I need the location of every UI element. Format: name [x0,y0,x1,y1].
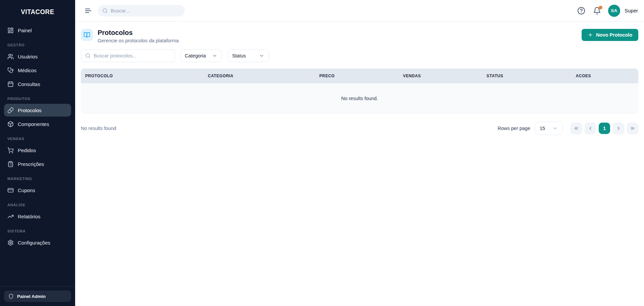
sidebar-item-cupons[interactable]: Cupons [4,184,71,196]
page-subtitle: Gerencie os protocolos da plataforma [98,38,179,43]
table-footer: No results found Rows per page 15 1 [81,122,638,135]
table-body: No results found. [81,83,638,114]
sidebar-item-label: Prescrições [18,161,44,167]
page-icon-tile [81,29,93,41]
sidebar-section-sistema: SISTEMA [7,229,68,233]
dashboard-icon [7,27,14,34]
filters-row: CategoriaStatus [81,49,638,62]
help-circle-icon [577,7,585,15]
sidebar-item-painel[interactable]: Painel [4,24,71,37]
notification-dot [599,6,602,9]
new-protocol-button[interactable]: Novo Protocolo [582,29,638,41]
chevrons-left-icon [574,126,579,131]
app-root: VITACORE PainelGESTÃOUsuáriosMédicosCons… [0,0,644,306]
clipboard-icon [7,161,14,167]
sidebar-section-marketing: MARKETING [7,177,68,181]
protocol-search-input[interactable] [94,53,170,58]
settings-icon [7,239,14,246]
cart-icon [7,147,14,154]
topbar: SA Super [75,0,644,21]
sidebar-footer: Painel Admin [0,286,75,306]
shield-icon [8,294,14,299]
rows-per-page-label: Rows per page [497,126,530,131]
notifications-button[interactable] [592,6,602,15]
column-header-categoria: CATEGORIA [204,74,315,78]
sidebar-item-label: Protocolos [18,107,42,113]
sidebar-item-componentes[interactable]: Componentes [4,118,71,130]
sidebar-item-label: Consultas [18,81,40,87]
admin-panel-badge[interactable]: Painel Admin [4,291,71,302]
column-header-status: STATUS [482,74,572,78]
menu-icon [85,7,92,14]
page-content: Protocolos Gerencie os protocolos da pla… [75,21,644,142]
sidebar-item-medicos[interactable]: Médicos [4,64,71,77]
sidebar-item-label: Painel [18,28,32,33]
search-icon [102,8,108,13]
chevrons-right-icon [630,126,635,131]
search-icon [85,53,91,58]
sidebar-nav: PainelGESTÃOUsuáriosMédicosConsultasPROD… [0,23,75,286]
filter-status[interactable]: Status [227,49,269,62]
search-icon [85,53,91,58]
brand-logo: VITACORE [0,0,75,23]
main-area: SA Super Protocolos Gerencie os protocol… [75,0,644,306]
sidebar-item-configuracoes[interactable]: Configurações [4,236,71,249]
rows-per-page-select[interactable]: 15 [535,122,562,135]
sidebar-item-label: Relatórios [18,214,41,219]
help-button[interactable] [577,6,586,15]
filter-label: Status [232,53,246,58]
column-header-vendas: VENDAS [398,74,482,78]
sidebar: VITACORE PainelGESTÃOUsuáriosMédicosCons… [0,0,75,306]
footer-empty-text: No results found [81,126,116,131]
protocol-search[interactable] [81,49,175,62]
sidebar-item-consultas[interactable]: Consultas [4,78,71,90]
plus-icon [588,32,593,38]
sidebar-section-gestao: GESTÃO [7,43,68,47]
trending-up-icon [7,213,14,220]
user-name: Super [625,8,638,13]
chevron-down-icon [259,53,264,58]
sidebar-item-prescricoes[interactable]: Prescrições [4,158,71,170]
sidebar-item-usuarios[interactable]: Usuários [4,50,71,63]
package-icon [7,121,14,127]
sidebar-item-pedidos[interactable]: Pedidos [4,144,71,157]
pagination-controls: Rows per page 15 1 [497,122,638,135]
sidebar-item-label: Componentes [18,121,49,127]
sidebar-item-label: Configurações [18,240,50,246]
table-header-row: PROTOCOLOCATEGORIAPRECOVENDASSTATUSACOES [81,69,638,83]
next-page-button[interactable] [613,123,624,134]
filter-categoria[interactable]: Categoria [180,49,222,62]
search-icon [102,8,108,13]
page-1-button[interactable]: 1 [599,123,610,134]
users-icon [7,53,14,60]
stethoscope-icon [7,67,14,74]
protocols-table: PROTOCOLOCATEGORIAPRECOVENDASSTATUSACOES… [81,69,638,114]
book-open-icon [84,32,90,38]
sidebar-item-label: Cupons [18,187,35,193]
pager: 1 [571,123,638,134]
page-header-left: Protocolos Gerencie os protocolos da pla… [81,29,179,43]
sidebar-item-relatorios[interactable]: Relatórios [4,210,71,223]
column-header-protocolo: PROTOCOLO [81,74,204,78]
chevron-down-icon [552,126,558,131]
chevron-left-icon [588,126,593,131]
calendar-icon [7,81,14,87]
sidebar-section-vendas: VENDAS [7,137,68,141]
chevron-down-icon [212,53,217,58]
credit-card-icon [7,187,14,193]
global-search-input[interactable] [111,8,180,13]
shield-icon [8,294,14,299]
topbar-right: SA Super [577,5,638,17]
filter-label: Categoria [185,53,206,58]
avatar[interactable]: SA [608,5,620,17]
first-page-button[interactable] [571,123,582,134]
column-header-preco: PRECO [315,74,398,78]
global-search[interactable] [98,5,185,16]
sidebar-item-protocolos[interactable]: Protocolos [4,104,71,117]
admin-panel-label: Painel Admin [17,294,46,299]
last-page-button[interactable] [627,123,638,134]
chevron-right-icon [616,126,621,131]
menu-toggle-button[interactable] [84,6,93,15]
plus-icon [588,32,593,38]
previous-page-button[interactable] [585,123,596,134]
